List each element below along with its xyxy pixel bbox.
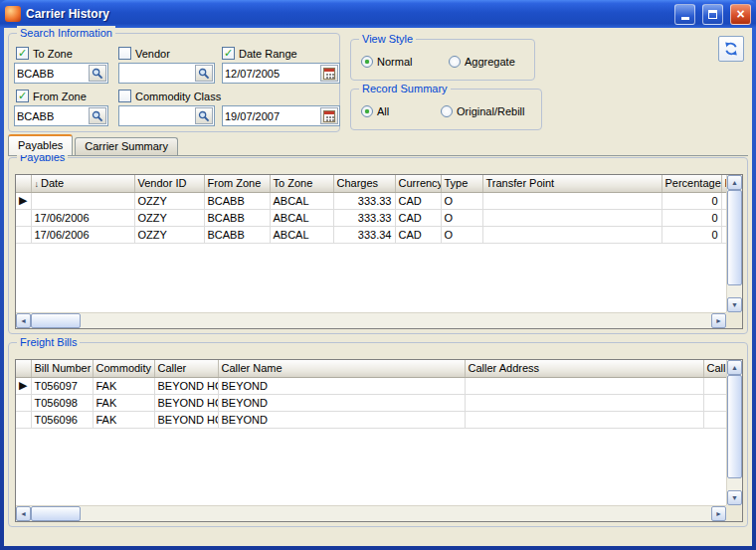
grid-cell[interactable]: 333.34 <box>333 226 395 243</box>
grid-cell[interactable] <box>482 209 662 226</box>
column-header[interactable]: Currency <box>395 175 441 192</box>
column-header[interactable]: Commodity <box>93 360 154 377</box>
grid-cell[interactable]: 17/06/2006 <box>31 226 134 243</box>
scrollbar-thumb[interactable] <box>727 190 742 285</box>
scroll-down-button[interactable]: ▼ <box>727 297 742 312</box>
grid-cell[interactable]: ABCAL <box>270 192 333 209</box>
date-from-input[interactable] <box>225 65 319 82</box>
grid-cell[interactable] <box>703 377 726 394</box>
column-header[interactable]: Percentage <box>662 175 721 192</box>
column-header[interactable]: Caller Address <box>465 360 703 377</box>
view-style-aggregate-radio[interactable] <box>449 56 461 68</box>
payables-vscrollbar[interactable]: ▲ ▼ <box>726 175 742 312</box>
grid-cell[interactable] <box>482 226 662 243</box>
commodity-class-checkbox[interactable] <box>118 90 131 102</box>
row-selector[interactable] <box>16 226 31 243</box>
grid-cell[interactable]: 333.33 <box>333 192 395 209</box>
grid-cell[interactable]: 0 <box>662 226 721 243</box>
vendor-lookup-button[interactable] <box>195 65 213 82</box>
grid-cell[interactable]: BEYOND HOF <box>154 377 218 394</box>
maximize-button[interactable] <box>702 4 723 25</box>
grid-cell[interactable]: 0 <box>662 209 721 226</box>
scroll-left-button[interactable]: ◄ <box>16 506 31 521</box>
column-header[interactable]: Bill Number <box>31 360 93 377</box>
row-selector[interactable] <box>16 411 31 428</box>
grid-cell[interactable]: CAD <box>395 192 441 209</box>
grid-cell[interactable]: 17/06/2006 <box>31 192 134 209</box>
tab-carrier-summary[interactable]: Carrier Summary <box>75 137 178 155</box>
grid-cell[interactable]: 0 <box>662 192 721 209</box>
column-header[interactable]: Type <box>441 175 482 192</box>
grid-cell[interactable]: BEYOND <box>218 411 465 428</box>
grid-cell[interactable]: O <box>441 192 482 209</box>
column-header[interactable]: Caller Name <box>218 360 465 377</box>
commodity-class-input[interactable] <box>121 107 194 124</box>
grid-cell[interactable] <box>465 377 703 394</box>
grid-cell[interactable]: BCABB <box>204 226 270 243</box>
grid-cell[interactable]: BEYOND <box>218 394 465 411</box>
grid-cell[interactable]: FAK <box>93 411 154 428</box>
to-zone-lookup-button[interactable] <box>89 65 106 82</box>
grid-cell[interactable]: O <box>441 226 482 243</box>
titlebar[interactable]: Carrier History × <box>0 0 756 28</box>
column-header[interactable]: Charges <box>333 175 395 192</box>
column-header[interactable]: Vendor ID <box>134 175 204 192</box>
grid-cell[interactable]: BEYOND HOF <box>154 394 218 411</box>
grid-cell[interactable] <box>703 394 726 411</box>
row-selector[interactable] <box>16 209 31 226</box>
scrollbar-thumb[interactable] <box>31 506 81 521</box>
scrollbar-thumb[interactable] <box>31 313 81 328</box>
grid-cell[interactable]: ABCAL <box>270 226 333 243</box>
grid-cell[interactable]: CAD <box>395 209 441 226</box>
column-header[interactable]: Caller <box>154 360 218 377</box>
freight-vscrollbar[interactable]: ▲ ▼ <box>726 360 742 505</box>
column-header[interactable]: From Zone <box>204 175 270 192</box>
grid-cell[interactable]: FAK <box>93 394 154 411</box>
grid-cell[interactable]: T056097 <box>31 377 93 394</box>
grid-cell[interactable]: BEYOND <box>218 377 465 394</box>
view-style-normal-radio[interactable] <box>361 56 373 68</box>
row-selector[interactable] <box>16 394 31 411</box>
grid-cell[interactable]: T056096 <box>31 411 93 428</box>
grid-cell[interactable]: T056098 <box>31 394 93 411</box>
record-summary-all-radio[interactable] <box>361 105 373 117</box>
grid-cell[interactable]: OZZY <box>134 209 204 226</box>
grid-cell[interactable]: 17/06/2006 <box>31 209 134 226</box>
scroll-up-button[interactable]: ▲ <box>727 175 742 190</box>
column-header[interactable]: To Zone <box>270 175 333 192</box>
grid-cell[interactable]: BCABB <box>204 209 270 226</box>
scroll-down-button[interactable]: ▼ <box>727 490 742 505</box>
from-zone-lookup-button[interactable] <box>89 107 106 124</box>
date-range-checkbox[interactable]: ✓ <box>222 47 235 60</box>
grid-cell[interactable]: BEYOND HOF <box>154 411 218 428</box>
column-header[interactable]: Transfer Point <box>482 175 662 192</box>
grid-cell[interactable]: CAD <box>395 226 441 243</box>
commodity-class-lookup-button[interactable] <box>195 107 213 124</box>
scrollbar-thumb[interactable] <box>727 375 742 478</box>
column-header[interactable]: ↓Date <box>31 175 134 192</box>
from-zone-input[interactable] <box>17 107 88 124</box>
vendor-input[interactable] <box>121 65 194 82</box>
row-selector[interactable]: ▶ <box>16 192 31 209</box>
date-from-calendar-button[interactable] <box>320 65 338 82</box>
refresh-button[interactable] <box>718 36 744 62</box>
grid-cell[interactable]: OZZY <box>134 192 204 209</box>
grid-cell[interactable]: ABCAL <box>270 209 333 226</box>
to-zone-checkbox[interactable]: ✓ <box>16 47 29 60</box>
grid-cell[interactable]: BCABB <box>204 192 270 209</box>
grid-cell[interactable]: FAK <box>93 377 154 394</box>
grid-cell[interactable]: 333.33 <box>333 209 395 226</box>
scroll-right-button[interactable]: ► <box>711 506 726 521</box>
scroll-left-button[interactable]: ◄ <box>16 313 31 328</box>
to-zone-input[interactable] <box>17 65 88 82</box>
grid-cell[interactable]: OZZY <box>134 226 204 243</box>
tab-payables[interactable]: Payables <box>8 134 73 155</box>
grid-cell[interactable] <box>465 411 703 428</box>
scroll-right-button[interactable]: ► <box>711 313 726 328</box>
payables-hscrollbar[interactable]: ◄ ► <box>16 312 726 328</box>
vendor-checkbox[interactable] <box>118 47 131 60</box>
record-summary-original-rebill-radio[interactable] <box>441 105 453 117</box>
date-to-input[interactable] <box>225 107 319 124</box>
grid-cell[interactable] <box>465 394 703 411</box>
column-header[interactable]: Call <box>703 360 726 377</box>
